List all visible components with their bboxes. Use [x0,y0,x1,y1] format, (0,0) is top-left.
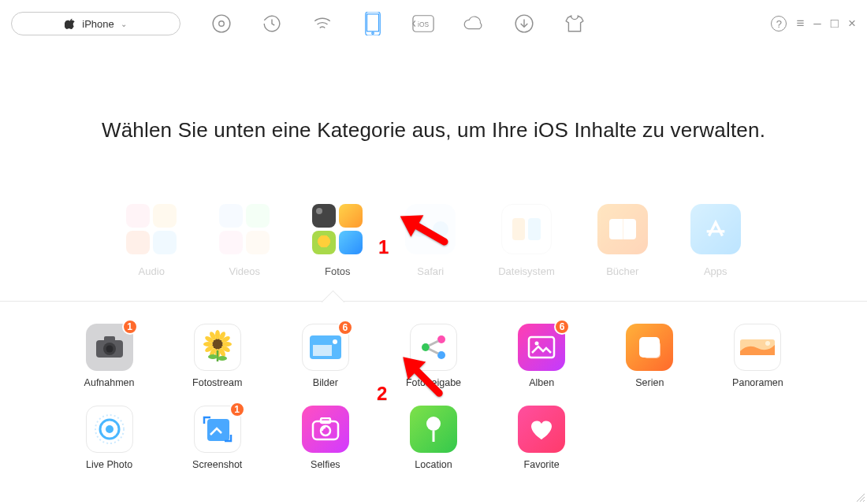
category-label: Fotos [325,265,351,277]
svg-point-29 [333,339,337,344]
minimize-button[interactable]: – [813,16,820,32]
window-controls: ? ≡ – □ × [771,16,856,32]
svg-text:iOS: iOS [418,20,429,28]
category-label: Audio [139,265,165,277]
svg-line-34 [429,349,438,354]
category-tile-safari [405,204,456,254]
subcategory-label: Fotostream [192,377,242,388]
category-safari[interactable]: Safari [405,204,456,277]
svg-rect-35 [529,337,554,358]
badge: 6 [337,320,353,335]
subcategory-label: Alben [529,377,554,388]
category-dateisystem[interactable]: Dateisystem [498,204,555,277]
subcategory-label: Panoramen [732,377,783,388]
close-button[interactable]: × [848,16,856,32]
toolbar-shirt-icon[interactable] [564,13,586,35]
category-apps[interactable]: Apps [690,204,741,277]
toolbar-icons: iOS [210,13,586,35]
svg-line-33 [429,341,438,346]
subcategory-livephoto[interactable]: Live Photo [55,406,163,470]
subcategory-label: Location [415,459,452,470]
svg-point-0 [213,15,230,32]
subcategory-bilder[interactable]: 6Bilder [271,324,379,388]
subcategory-fotofreigabe[interactable]: Fotofreigabe [379,324,487,388]
svg-point-30 [422,343,430,351]
share-icon [410,324,457,371]
svg-point-1 [219,21,225,27]
subcategory-label: Fotofreigabe [406,377,461,388]
toolbar-wifi-icon[interactable] [311,13,333,35]
svg-point-25 [208,354,218,359]
panorama-icon [734,324,781,371]
toolbar-ios-icon[interactable]: iOS [412,13,434,35]
category-tile-fotos [312,204,363,254]
device-name: iPhone [82,18,113,30]
svg-rect-28 [313,345,332,356]
subcategory-label: Bilder [313,377,338,388]
category-fotos[interactable]: Fotos [312,204,363,277]
category-tile-buecher [597,204,648,254]
menu-button[interactable]: ≡ [796,16,804,32]
heart-icon [518,406,565,453]
subcategory-label: Screenshot [192,459,242,470]
toolbar-history-icon[interactable] [261,13,283,35]
subcategory-label: Favorite [524,459,560,470]
category-label: Apps [704,265,727,277]
svg-point-26 [218,356,227,361]
category-tile-videos [219,204,270,254]
subcategory-screenshot[interactable]: 1Screenshot [163,406,271,470]
category-buecher[interactable]: Bücher [597,204,648,277]
category-label: Dateisystem [498,265,555,277]
toolbar-music-icon[interactable] [210,13,233,35]
chevron-down-icon: ⌄ [121,20,127,28]
svg-point-4 [372,32,374,35]
subcategory-panoramen[interactable]: Panoramen [704,324,812,388]
subcategory-label: Aufnahmen [84,377,135,388]
svg-point-43 [106,425,113,433]
sunflower-icon [194,324,241,371]
photo-blue-icon: 6 [302,324,349,371]
subcategory-grid: 1AufnahmenFotostream6BilderFotofreigabe6… [55,324,812,470]
subcategory-label: Serien [635,377,664,388]
toolbar-download-icon[interactable] [513,13,535,35]
stack-icon [626,324,673,371]
device-selector[interactable]: iPhone ⌄ [11,12,180,35]
resize-grip[interactable] [854,491,865,502]
svg-point-11 [106,346,113,353]
page-heading: Wählen Sie unten eine Kategorie aus, um … [0,118,867,143]
subcategory-alben[interactable]: 6Alben [488,324,596,388]
picture-icon: 6 [518,324,565,371]
svg-point-32 [437,351,445,359]
category-tile-apps [690,204,741,254]
svg-point-40 [765,341,770,346]
category-tile-dateisystem [501,204,552,254]
toolbar-cloud-icon[interactable] [463,13,485,35]
titlebar: iPhone ⌄ iOS ? ≡ – □ × [0,0,867,47]
subcategory-aufnahmen[interactable]: 1Aufnahmen [55,324,163,388]
maximize-button[interactable]: □ [831,16,839,32]
subcategory-location[interactable]: Location [379,406,487,470]
category-label: Bücher [606,265,638,277]
svg-rect-9 [104,336,115,342]
category-row: AudioVideosFotosSafariDateisystemBücherA… [0,204,867,277]
livephoto-icon [86,406,133,453]
svg-line-51 [863,500,865,502]
toolbar-phone-icon[interactable] [362,13,384,35]
subcategory-serien[interactable]: Serien [596,324,704,388]
subcategory-favorite[interactable]: Favorite [488,406,596,470]
badge: 6 [554,319,570,335]
svg-rect-3 [367,14,379,32]
svg-point-31 [437,335,445,343]
category-videos[interactable]: Videos [219,204,270,277]
svg-point-12 [212,339,223,350]
subcategory-selfies[interactable]: Selfies [271,406,379,470]
help-button[interactable]: ? [771,16,787,32]
pin-icon [410,406,457,453]
svg-point-36 [535,342,539,346]
subcategory-label: Selfies [311,459,340,470]
screenshot-icon: 1 [194,406,241,453]
category-audio[interactable]: Audio [126,204,177,277]
category-tile-audio [126,204,177,254]
svg-rect-38 [643,341,660,358]
subcategory-fotostream[interactable]: Fotostream [163,324,271,388]
